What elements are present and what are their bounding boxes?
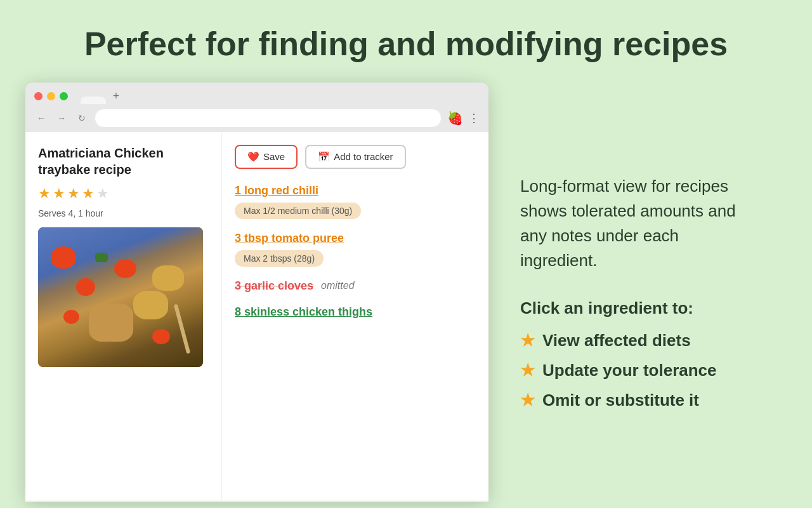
- description-text: Long-format view for recipes shows toler…: [520, 174, 755, 273]
- star-icon-tolerance: ★: [520, 361, 535, 380]
- recipe-actions: ❤️ Save 📅 Add to tracker: [235, 145, 476, 169]
- ingredient-link-chilli[interactable]: 1 long red chilli: [235, 184, 476, 197]
- star-2: ★: [53, 185, 65, 202]
- star-4: ★: [82, 185, 95, 202]
- recipe-image: [38, 227, 203, 367]
- traffic-lights: [34, 92, 68, 100]
- recipe-title: Amatriciana Chicken traybake recipe: [38, 145, 209, 178]
- feature-label-diets: View affected diets: [542, 331, 691, 351]
- ingredient-link-tomato[interactable]: 3 tbsp tomato puree: [235, 232, 476, 245]
- feature-item-tolerance: ★ Update your tolerance: [520, 361, 755, 380]
- ingredient-note-chilli: Max 1/2 medium chilli (30g): [235, 203, 361, 219]
- ingredient-note-tomato: Max 2 tbsps (28g): [235, 250, 324, 267]
- minimize-button[interactable]: [47, 92, 55, 100]
- page-title: Perfect for finding and modifying recipe…: [0, 0, 812, 83]
- feature-label-tolerance: Update your tolerance: [542, 361, 717, 380]
- browser-titlebar: +: [25, 83, 488, 104]
- back-button[interactable]: ←: [34, 111, 48, 125]
- strawberry-icon: 🍓: [447, 110, 463, 126]
- forward-button[interactable]: →: [55, 111, 69, 125]
- close-button[interactable]: [34, 92, 43, 100]
- ingredient-item-garlic: 3 garlic cloves omitted: [235, 279, 476, 293]
- menu-dots-button[interactable]: ⋮: [468, 111, 480, 125]
- browser-tabs: +: [81, 89, 480, 104]
- feature-item-omit: ★ Omit or substitute it: [520, 391, 755, 410]
- recipe-sidebar: Amatriciana Chicken traybake recipe ★ ★ …: [25, 132, 222, 500]
- ingredient-item-chilli: 1 long red chilli Max 1/2 medium chilli …: [235, 184, 476, 219]
- omitted-label: omitted: [321, 280, 354, 291]
- content-area: + ← → ↻ 🍓 ⋮ Amatriciana Chicken traybake…: [0, 83, 812, 502]
- add-to-tracker-button[interactable]: 📅 Add to tracker: [305, 145, 405, 169]
- ingredient-link-garlic[interactable]: 3 garlic cloves: [235, 279, 313, 293]
- click-to-title: Click an ingredient to:: [520, 298, 755, 318]
- tracker-label: Add to tracker: [334, 151, 393, 162]
- browser-toolbar: ← → ↻ 🍓 ⋮: [25, 104, 488, 132]
- browser-actions: 🍓 ⋮: [447, 110, 480, 126]
- recipe-meta: Serves 4, 1 hour: [38, 208, 209, 218]
- star-icon-omit: ★: [520, 391, 535, 410]
- feature-list: ★ View affected diets ★ Update your tole…: [520, 331, 755, 410]
- star-1: ★: [38, 185, 51, 202]
- right-panel: Long-format view for recipes shows toler…: [488, 83, 787, 502]
- browser-content: Amatriciana Chicken traybake recipe ★ ★ …: [25, 132, 488, 500]
- save-label: Save: [263, 151, 285, 162]
- save-button[interactable]: ❤️ Save: [235, 145, 298, 169]
- recipe-main: ❤️ Save 📅 Add to tracker 1 long red chil…: [222, 132, 488, 500]
- ingredient-link-chicken[interactable]: 8 skinless chicken thighs: [235, 305, 476, 319]
- new-tab-button[interactable]: +: [108, 89, 124, 104]
- refresh-button[interactable]: ↻: [75, 111, 89, 125]
- heart-icon: ❤️: [247, 151, 259, 163]
- browser-window: + ← → ↻ 🍓 ⋮ Amatriciana Chicken traybake…: [25, 83, 488, 502]
- maximize-button[interactable]: [60, 92, 68, 100]
- star-3: ★: [67, 185, 80, 202]
- feature-label-omit: Omit or substitute it: [542, 391, 699, 410]
- food-background: [38, 227, 203, 367]
- ingredient-item-chicken: 8 skinless chicken thighs: [235, 305, 476, 319]
- star-icon-diets: ★: [520, 331, 535, 351]
- address-bar[interactable]: [95, 109, 441, 127]
- feature-item-diets: ★ View affected diets: [520, 331, 755, 351]
- browser-tab[interactable]: [81, 97, 106, 104]
- star-5: ★: [96, 185, 109, 202]
- ingredient-item-tomato: 3 tbsp tomato puree Max 2 tbsps (28g): [235, 232, 476, 267]
- star-rating: ★ ★ ★ ★ ★: [38, 185, 209, 202]
- calendar-icon: 📅: [318, 151, 330, 163]
